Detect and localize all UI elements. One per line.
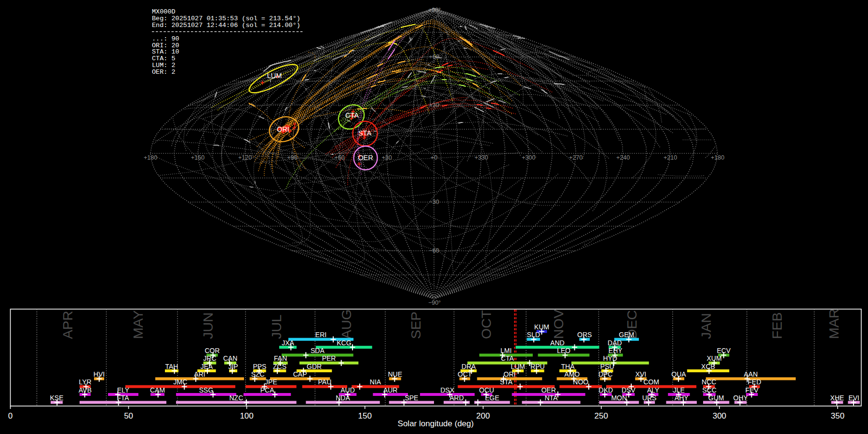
svg-text:GUM: GUM	[708, 394, 724, 402]
svg-text:CTA: 5: CTA: 5	[152, 55, 176, 62]
svg-text:RPU: RPU	[530, 363, 545, 370]
svg-text:+60: +60	[429, 54, 439, 60]
svg-text:...: 90: ...: 90	[152, 35, 179, 42]
svg-text:−90°: −90°	[428, 299, 441, 306]
svg-text:JEA: JEA	[201, 363, 213, 370]
svg-text:+330: +330	[475, 154, 488, 161]
svg-text:OER: OER	[358, 154, 373, 162]
svg-text:Beg: 20251027 01:35:53 (sol =: Beg: 20251027 01:35:53 (sol = 213.54°)	[152, 15, 300, 22]
svg-text:+0: +0	[431, 154, 437, 161]
svg-text:+90: +90	[287, 154, 297, 161]
svg-text:OCU: OCU	[479, 386, 494, 394]
svg-text:MX000D: MX000D	[152, 8, 176, 15]
svg-text:CAM: CAM	[150, 386, 165, 394]
svg-text:+210: +210	[664, 154, 677, 161]
svg-text:+30: +30	[429, 102, 439, 108]
svg-text:JUL: JUL	[269, 314, 284, 339]
svg-text:JXA: JXA	[282, 339, 294, 347]
svg-text:SPE: SPE	[405, 394, 418, 402]
svg-text:MAR: MAR	[826, 309, 841, 339]
svg-text:COM: COM	[643, 378, 659, 386]
svg-text:CAN: CAN	[223, 354, 238, 362]
svg-text:OER: OER	[541, 386, 556, 394]
svg-text:URS: URS	[642, 394, 657, 402]
svg-text:COR: COR	[204, 347, 219, 354]
svg-text:GDR: GDR	[307, 363, 322, 370]
svg-text:LUM: LUM	[267, 72, 282, 80]
svg-text:LUM: 2: LUM: 2	[152, 62, 176, 69]
svg-text:SSG: SSG	[199, 386, 214, 394]
svg-text:−60: −60	[429, 247, 439, 254]
svg-text:NOO: NOO	[573, 378, 588, 386]
svg-text:200: 200	[476, 411, 490, 420]
svg-text:150: 150	[358, 411, 372, 420]
svg-text:NZC: NZC	[230, 394, 244, 402]
svg-text:AAN: AAN	[744, 370, 758, 378]
svg-text:STA: 10: STA: 10	[152, 48, 179, 55]
svg-text:OCT: OCT	[478, 310, 494, 339]
svg-text:250: 250	[595, 411, 608, 420]
svg-text:SZC: SZC	[251, 370, 265, 378]
svg-text:ORI: ORI	[277, 125, 289, 133]
svg-text:Solar longitude (deg): Solar longitude (deg)	[398, 419, 474, 428]
svg-text:SDA: SDA	[311, 347, 325, 354]
svg-text:OER: 2: OER: 2	[152, 68, 176, 76]
svg-text:THA: THA	[561, 363, 575, 370]
svg-text:+300: +300	[522, 154, 535, 161]
svg-text:APR: APR	[60, 311, 75, 339]
svg-text:NTA: NTA	[544, 394, 558, 402]
svg-text:ALY: ALY	[647, 386, 660, 394]
svg-text:AUG: AUG	[339, 309, 354, 339]
svg-text:0: 0	[8, 411, 13, 420]
svg-text:50: 50	[124, 411, 133, 420]
svg-text:ORS: ORS	[577, 331, 592, 339]
svg-text:NOV: NOV	[551, 309, 566, 339]
svg-text:ARD: ARD	[449, 394, 464, 402]
svg-text:+30: +30	[381, 154, 392, 161]
svg-text:ORI: ORI	[503, 370, 515, 378]
svg-text:PSU: PSU	[600, 363, 614, 370]
svg-text:+180: +180	[144, 154, 157, 161]
svg-text:AND: AND	[550, 339, 565, 347]
svg-text:FEV: FEV	[746, 386, 759, 394]
svg-text:STA: STA	[500, 378, 513, 386]
svg-text:JMC: JMC	[174, 378, 188, 386]
svg-text:EGE: EGE	[485, 394, 500, 402]
svg-text:CAP: CAP	[293, 370, 307, 378]
svg-text:+240: +240	[616, 154, 630, 161]
svg-text:NIA: NIA	[370, 378, 381, 386]
svg-text:JPE: JPE	[265, 378, 277, 386]
svg-text:JUN: JUN	[200, 312, 216, 339]
svg-text:XCB: XCB	[701, 363, 715, 370]
svg-text:DKD: DKD	[599, 386, 613, 394]
svg-text:350: 350	[831, 411, 844, 420]
svg-text:300: 300	[713, 411, 726, 420]
svg-text:KCG: KCG	[337, 339, 351, 347]
svg-text:End: 20251027 12:44:06 (sol =: End: 20251027 12:44:06 (sol = 214.00°)	[152, 22, 300, 29]
svg-text:AHY: AHY	[675, 394, 689, 402]
svg-text:ELY: ELY	[117, 386, 130, 394]
svg-text:ERI: ERI	[315, 331, 326, 339]
svg-text:DSX: DSX	[440, 386, 454, 394]
svg-text:AMO: AMO	[564, 370, 580, 378]
svg-text:+90°: +90°	[428, 7, 441, 14]
svg-text:PCA: PCA	[260, 386, 274, 394]
svg-text:+270: +270	[569, 154, 583, 161]
svg-text:+60: +60	[334, 154, 344, 161]
svg-text:PAU: PAU	[318, 378, 332, 386]
svg-text:FEB: FEB	[769, 312, 785, 339]
svg-text:100: 100	[240, 411, 253, 420]
svg-text:+180: +180	[711, 154, 724, 161]
svg-text:MON: MON	[611, 394, 627, 402]
svg-text:EHY: EHY	[609, 347, 623, 354]
svg-text:LYR: LYR	[79, 378, 91, 386]
svg-text:ORI: 20: ORI: 20	[152, 42, 179, 49]
svg-text:AUR: AUR	[383, 386, 398, 394]
svg-text:−30: −30	[429, 199, 439, 205]
svg-text:MAY: MAY	[130, 310, 146, 339]
svg-text:SEP: SEP	[408, 312, 423, 339]
svg-text:OHY: OHY	[733, 394, 748, 402]
svg-text:JAN: JAN	[698, 313, 714, 339]
svg-text:GEM: GEM	[619, 331, 634, 339]
svg-text:LMI: LMI	[501, 347, 512, 354]
